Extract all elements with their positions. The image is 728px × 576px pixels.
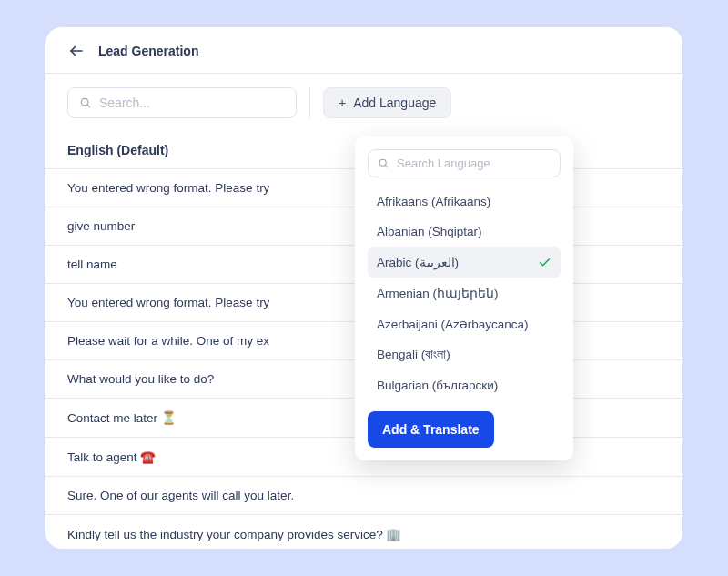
dropdown-item-label: Arabic (العربية) — [377, 255, 459, 269]
dropdown-item-label: Armenian (հայերեն) — [377, 286, 499, 300]
check-icon — [538, 256, 551, 269]
search-field[interactable] — [67, 87, 297, 118]
language-dropdown: Afrikaans (Afrikaans) Albanian (Shqiptar… — [355, 136, 573, 460]
dropdown-item[interactable]: Bulgarian (български) — [368, 370, 561, 400]
dropdown-list: Afrikaans (Afrikaans) Albanian (Shqiptar… — [368, 187, 561, 400]
dropdown-search-input[interactable] — [397, 157, 551, 170]
dropdown-item-label: Bulgarian (български) — [377, 379, 498, 392]
dropdown-item[interactable]: Bengali (বাংলা) — [368, 339, 561, 370]
header: Lead Generation — [46, 27, 682, 73]
add-language-label: Add Language — [353, 96, 436, 110]
dropdown-item[interactable]: Azerbaijani (Azərbaycanca) — [368, 308, 561, 339]
toolbar: + Add Language — [46, 74, 682, 132]
divider — [309, 86, 310, 119]
window: Lead Generation + Add Language English (… — [46, 27, 682, 549]
dropdown-item[interactable]: Afrikaans (Afrikaans) — [368, 187, 561, 217]
dropdown-item-label: Afrikaans (Afrikaans) — [377, 195, 490, 208]
dropdown-item[interactable]: Arabic (العربية) — [368, 247, 561, 278]
add-translate-button[interactable]: Add & Translate — [368, 411, 494, 448]
search-icon — [378, 157, 389, 169]
list-item[interactable]: Sure. One of our agents will call you la… — [46, 477, 682, 515]
svg-line-2 — [87, 105, 90, 107]
list-item[interactable]: Kindly tell us the industry your company… — [46, 515, 682, 549]
dropdown-item-label: Azerbaijani (Azərbaycanca) — [377, 317, 529, 331]
dropdown-item-label: Albanian (Shqiptar) — [377, 225, 482, 238]
dropdown-item-label: Bengali (বাংলা) — [377, 348, 450, 362]
search-icon — [79, 96, 92, 109]
add-language-button[interactable]: + Add Language — [323, 87, 451, 118]
svg-line-4 — [385, 165, 388, 167]
plus-icon: + — [339, 96, 346, 110]
dropdown-item[interactable]: Albanian (Shqiptar) — [368, 217, 561, 247]
back-arrow-icon[interactable] — [67, 42, 86, 60]
page-title: Lead Generation — [98, 44, 198, 58]
search-input[interactable] — [99, 96, 285, 110]
dropdown-item[interactable]: Armenian (հայերեն) — [368, 278, 561, 308]
dropdown-search-field[interactable] — [368, 149, 561, 177]
